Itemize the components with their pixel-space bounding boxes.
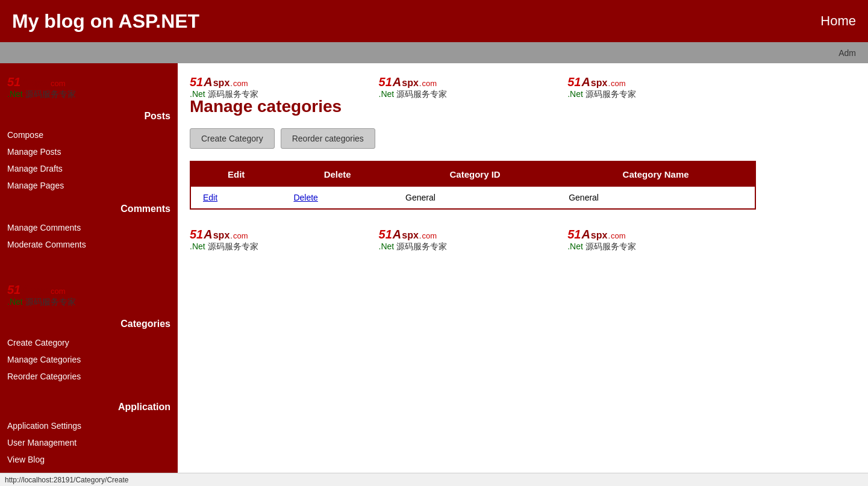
- status-bar: http://localhost:28191/Category/Create: [0, 473, 868, 486]
- sidebar-item-user-management[interactable]: User Management: [0, 434, 178, 451]
- sidebar-item-view-blog[interactable]: View Blog: [0, 451, 178, 468]
- content-bottom-logo-3: 51 A spx . com .Net 源码服务专家: [567, 228, 636, 252]
- sidebar-item-manage-comments[interactable]: Manage Comments: [0, 219, 178, 236]
- main-layout: 51 A spx . com .Net 源码服务专家 Posts Compose…: [0, 63, 868, 485]
- content-logo-2: 51 A spx . com .Net 源码服务专家: [379, 75, 448, 100]
- content-bottom-logos: 51 A spx . com .Net 源码服务专家 51 A spx . co: [190, 228, 856, 252]
- col-header-edit: Edit: [190, 161, 281, 187]
- col-header-category-name: Category Name: [557, 161, 755, 187]
- sidebar-item-compose[interactable]: Compose: [0, 126, 178, 143]
- sidebar-item-manage-pages[interactable]: Manage Pages: [0, 177, 178, 194]
- content-bottom-logo-1: 51 A spx . com .Net 源码服务专家: [190, 228, 258, 252]
- sidebar-item-reorder-categories[interactable]: Reorder Categories: [0, 368, 178, 385]
- category-name-cell: General: [557, 187, 755, 209]
- admin-label: Adm: [838, 48, 856, 58]
- sidebar-comments-heading: Comments: [0, 199, 178, 219]
- edit-link[interactable]: Edit: [203, 193, 217, 202]
- col-header-delete: Delete: [281, 161, 393, 187]
- sidebar-item-manage-drafts[interactable]: Manage Drafts: [0, 160, 178, 177]
- sub-header: Adm: [0, 42, 868, 63]
- edit-cell: Edit: [190, 187, 281, 209]
- sidebar-item-create-category[interactable]: Create Category: [0, 334, 178, 351]
- app-title: My blog on ASP.NET: [12, 10, 199, 33]
- category-id-cell: General: [393, 187, 557, 209]
- status-url: http://localhost:28191/Category/Create: [5, 476, 128, 484]
- content-area: 51 A spx . com .Net 源码服务专家 51 A spx . co: [178, 63, 868, 485]
- delete-cell: Delete: [281, 187, 393, 209]
- header: My blog on ASP.NET Home: [0, 0, 868, 42]
- sidebar-posts-heading: Posts: [0, 106, 178, 126]
- sidebar-posts-logo: 51 A spx . com .Net 源码服务专家: [0, 69, 178, 106]
- content-logo-1: 51 A spx . com .Net 源码服务专家: [190, 75, 258, 100]
- sidebar: 51 A spx . com .Net 源码服务专家 Posts Compose…: [0, 63, 178, 485]
- sidebar-item-manage-posts[interactable]: Manage Posts: [0, 143, 178, 160]
- sidebar-application-heading: Application: [0, 397, 178, 417]
- sidebar-categories-heading: Categories: [0, 314, 178, 334]
- col-header-category-id: Category ID: [393, 161, 557, 187]
- page-title: Manage categories: [190, 97, 856, 116]
- sidebar-categories-logo: 51 A spx . com .Net 源码服务专家: [0, 277, 178, 314]
- logo-51-text: 51: [7, 75, 20, 89]
- delete-link[interactable]: Delete: [293, 193, 317, 202]
- reorder-categories-button[interactable]: Reorder categories: [281, 128, 375, 149]
- sidebar-categories-logo-sub: .Net 源码服务专家: [7, 297, 76, 308]
- create-category-button[interactable]: Create Category: [190, 128, 275, 149]
- sidebar-item-application-settings[interactable]: Application Settings: [0, 417, 178, 434]
- content-top-logos: 51 A spx . com .Net 源码服务专家 51 A spx . co: [190, 75, 856, 100]
- action-buttons: Create Category Reorder categories: [190, 128, 856, 149]
- categories-table: Edit Delete Category ID Category Name Ed…: [190, 161, 756, 210]
- nav-home[interactable]: Home: [820, 13, 856, 29]
- content-logo-3: 51 A spx . com .Net 源码服务专家: [567, 75, 636, 100]
- sidebar-item-manage-categories[interactable]: Manage Categories: [0, 351, 178, 368]
- content-bottom-logo-2: 51 A spx . com .Net 源码服务专家: [379, 228, 448, 252]
- sidebar-item-moderate-comments[interactable]: Moderate Comments: [0, 236, 178, 253]
- sidebar-logo-subtitle: .Net 源码服务专家: [7, 89, 76, 100]
- table-row: Edit Delete General General: [190, 187, 755, 209]
